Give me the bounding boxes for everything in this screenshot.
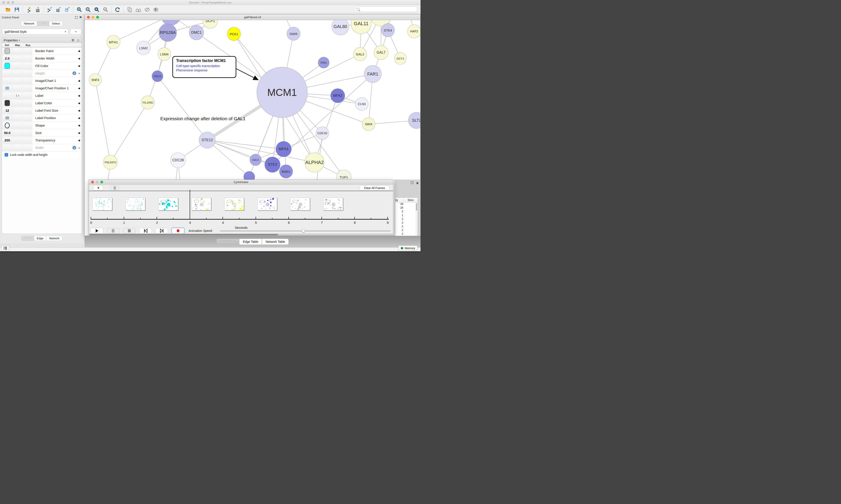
mapping-cell[interactable] [13,62,22,69]
paste-icon[interactable] [127,7,132,13]
frame-thumbnail-2[interactable] [125,198,145,211]
node-gic2[interactable]: GIC2 [250,154,262,166]
export-network-icon[interactable] [47,7,53,13]
default-value-cell[interactable] [2,100,12,106]
mapping-cell[interactable] [13,144,22,151]
node-ynl047c[interactable]: YNL047C [103,155,118,169]
default-value-cell[interactable] [2,115,12,121]
import-table-icon[interactable] [35,7,40,13]
import-network-icon[interactable] [26,7,32,13]
bypass-cell[interactable] [22,85,32,91]
default-value-cell[interactable] [2,48,12,54]
frame-thumbnail-5[interactable] [224,198,244,211]
mapping-cell[interactable] [13,70,22,77]
mapping-cell[interactable] [13,130,22,136]
expand-row-icon[interactable]: ◀ [78,65,80,68]
hide-details-icon[interactable] [144,7,150,13]
expand-row-icon[interactable]: ◀ [78,79,80,82]
expand-row-icon[interactable]: ◀ [78,50,80,53]
node-mcm1[interactable]: MCM1 [257,67,307,118]
show-details-icon[interactable] [153,7,159,13]
default-value-cell[interactable] [2,70,12,77]
bypass-cell[interactable] [22,122,32,129]
default-value-cell[interactable] [2,144,12,151]
timeline-scrollbar[interactable] [89,234,393,236]
node-lsm4[interactable]: LSM4 [158,48,171,61]
node-swi5[interactable]: SWI5 [287,27,300,40]
search-network-icon[interactable] [136,7,141,13]
edge-pdc5-ste12[interactable] [158,76,207,140]
cyanimator-titlebar[interactable]: CyAnimator [89,180,393,184]
task-history-button[interactable] [1,245,9,251]
mapping-cell[interactable] [13,100,22,106]
close-panel-icon[interactable]: ✕ [79,15,82,19]
mapping-cell[interactable] [13,122,22,129]
node-ste2[interactable]: STE2 [265,157,280,173]
skip-end-button[interactable] [156,228,168,234]
tab-style[interactable]: Style [37,21,49,26]
default-value-cell[interactable] [2,62,12,69]
table-row[interactable]: 2 [395,221,418,225]
tab-network[interactable]: Network [46,236,62,241]
frame-thumbnail-1[interactable] [92,198,112,211]
frame-thumbnail-8[interactable] [323,198,343,211]
table-row[interactable]: 2 [395,210,418,214]
zoom-out-icon[interactable] [85,7,91,13]
default-value-cell[interactable]: 2.0 [2,55,12,62]
properties-header[interactable]: Properties ▾ [2,38,82,43]
default-value-cell[interactable]: 255 [2,137,12,144]
node-dmc1[interactable]: DMC1 [189,25,204,40]
table-row[interactable]: 26 [395,202,418,206]
node-gal7[interactable]: GAL7 [374,45,388,60]
network-window-titlebar[interactable]: galFiltered.sif [85,15,420,20]
table-row[interactable]: 2 [395,232,418,236]
bypass-cell[interactable] [22,107,32,114]
default-value-cell[interactable] [2,77,12,84]
node-ste4[interactable]: STE4 [381,23,395,37]
expand-row-icon[interactable]: ◀ [78,131,80,134]
mapping-cell[interactable] [13,77,22,84]
edge-yil105c-ynl047c[interactable] [110,103,148,162]
node-snf3[interactable]: SNF3 [89,74,102,86]
collapse-all-icon[interactable] [76,38,80,42]
table-row[interactable]: 2 [395,225,418,229]
node-yil105c[interactable]: YIL105C [141,96,155,109]
search-box[interactable] [355,6,417,12]
bypass-cell[interactable] [22,48,32,54]
frame-thumbnail-4[interactable] [192,198,211,211]
zoom-in-icon[interactable] [76,7,82,13]
info-icon[interactable]: i [72,71,76,75]
node-pis1[interactable]: PIS1 [318,57,329,68]
skip-start-button[interactable] [139,228,152,234]
record-button[interactable] [172,228,184,234]
default-value-cell[interactable] [2,122,12,129]
node-gal2[interactable]: GAL2 [353,47,367,61]
bypass-cell[interactable] [22,100,32,106]
node-hap2[interactable]: HAP2 [407,24,420,38]
save-session-icon[interactable] [14,7,20,13]
mapping-cell[interactable] [13,48,22,54]
node-cdc28[interactable]: CDC28 [171,152,186,168]
default-value-cell[interactable] [2,85,12,91]
node-mth1[interactable]: MTH1 [107,35,120,49]
tab-node-table[interactable]: Node Table [216,239,239,245]
cyanimator-timeline[interactable]: 0123456789Seconds [89,191,393,226]
expand-row-icon[interactable]: ◀ [78,109,80,112]
node-swi4[interactable]: SWI4 [362,118,375,131]
pause-button[interactable] [107,228,119,234]
export-image-icon[interactable] [65,7,70,13]
table-column-header[interactable]: Stres [404,198,418,202]
expand-all-icon[interactable] [71,38,75,42]
open-session-icon[interactable] [5,7,11,13]
lock-size-checkbox[interactable]: ✓ [5,153,8,157]
delete-frame-button[interactable] [110,185,119,190]
bypass-cell[interactable] [22,70,32,77]
expand-row-icon[interactable]: ◀ [78,116,80,120]
bypass-cell[interactable] [22,130,32,136]
edge-snf3-ynl047c[interactable] [95,80,110,162]
bypass-cell[interactable] [22,92,32,99]
expand-row-icon[interactable]: ◀ [78,94,80,97]
search-input[interactable] [361,8,417,11]
node-bar1[interactable]: BAR1 [279,165,293,178]
table-column-header[interactable]: ity [395,198,404,202]
